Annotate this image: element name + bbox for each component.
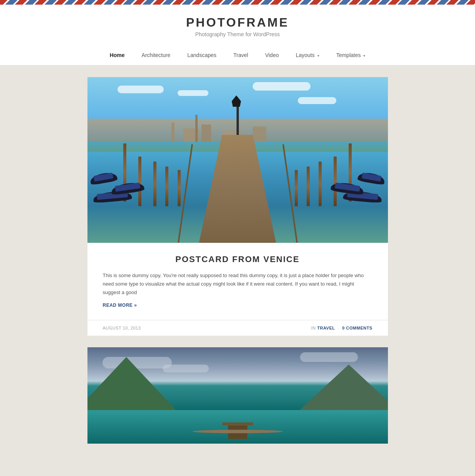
building-tower (195, 115, 198, 142)
article-venice-excerpt: This is some dummy copy. You're not real… (103, 271, 373, 297)
nav-item-layouts[interactable]: Layouts ▾ (287, 45, 328, 65)
venice-hero-image (87, 77, 388, 243)
article-venice-category[interactable]: TRAVEL (317, 326, 335, 330)
lcloud-2 (163, 365, 209, 372)
nav-link-architecture[interactable]: Architecture (133, 45, 179, 65)
templates-dropdown-arrow: ▾ (363, 54, 365, 58)
nav-link-video[interactable]: Video (257, 45, 287, 65)
nav-list: Home Architecture Landscapes Travel Vide… (0, 45, 475, 65)
site-subtitle: Photography Theme for WordPress (0, 31, 475, 37)
nav-item-travel[interactable]: Travel (225, 45, 257, 65)
pole-9 (307, 167, 310, 206)
article-meta-prefix: IN (311, 326, 317, 330)
building-5 (253, 126, 266, 142)
cloud-2 (178, 90, 208, 96)
nav-link-travel[interactable]: Travel (225, 45, 257, 65)
building-1 (171, 123, 175, 142)
venice-scene (87, 77, 388, 243)
article-venice-comments[interactable]: 0 COMMENTS (342, 326, 372, 330)
nav-link-layouts[interactable]: Layouts ▾ (287, 45, 328, 65)
site-title: PHOTOFRAME (0, 15, 475, 30)
main-nav: Home Architecture Landscapes Travel Vide… (0, 45, 475, 66)
article-venice-title: POSTCARD FROM VENICE (103, 254, 373, 264)
nav-item-video[interactable]: Video (257, 45, 287, 65)
cloud-3 (253, 82, 311, 91)
nav-item-templates[interactable]: Templates ▾ (328, 45, 374, 65)
pole-8 (319, 161, 322, 206)
site-header: PHOTOFRAME Photography Theme for WordPre… (0, 5, 475, 66)
main-content: POSTCARD FROM VENICE This is some dummy … (80, 77, 396, 444)
article-venice-meta: IN TRAVEL · 0 COMMENTS (311, 326, 373, 330)
article-meta-separator: · (338, 326, 339, 330)
nav-link-templates[interactable]: Templates ▾ (328, 45, 374, 65)
pole-2 (138, 156, 141, 206)
pole-5 (178, 170, 181, 207)
lcloud-1 (102, 357, 172, 368)
cloud-1 (117, 86, 164, 93)
nav-item-home[interactable]: Home (101, 45, 133, 65)
article-venice-body: POSTCARD FROM VENICE This is some dummy … (87, 243, 388, 316)
pole-4 (165, 167, 168, 206)
article-landscape (87, 347, 388, 444)
pole-7 (334, 156, 337, 206)
mountain-right (268, 362, 388, 415)
article-venice-footer: AUGUST 10, 2013 IN TRAVEL · 0 COMMENTS (87, 320, 388, 336)
landscape-hero-image (87, 347, 388, 444)
pole-3 (153, 161, 156, 206)
top-stripe-banner (0, 0, 475, 5)
nav-link-home[interactable]: Home (101, 45, 133, 65)
building-3 (201, 124, 211, 142)
nav-item-landscapes[interactable]: Landscapes (179, 45, 225, 65)
article-venice: POSTCARD FROM VENICE This is some dummy … (87, 77, 388, 336)
nav-link-landscapes[interactable]: Landscapes (179, 45, 225, 65)
pole-10 (295, 170, 298, 207)
article-venice-read-more[interactable]: READ MORE » (103, 303, 137, 308)
cloud-4 (298, 97, 336, 104)
lcloud-3 (300, 352, 358, 362)
nav-item-architecture[interactable]: Architecture (133, 45, 179, 65)
article-venice-date: AUGUST 10, 2013 (103, 326, 141, 330)
dock-boardwalk (199, 135, 276, 243)
layouts-dropdown-arrow: ▾ (317, 54, 319, 58)
